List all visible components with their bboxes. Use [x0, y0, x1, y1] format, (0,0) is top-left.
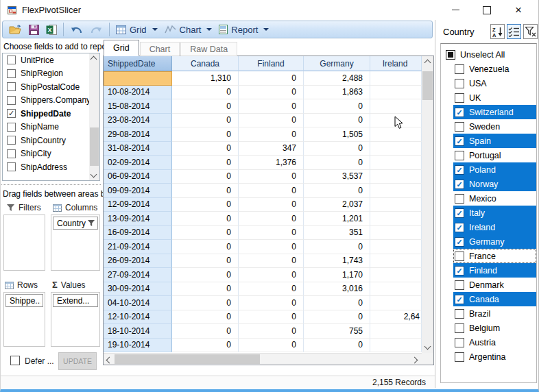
data-cell[interactable]: 1,170 — [304, 268, 370, 282]
country-checkbox[interactable]: ✓ — [455, 165, 464, 175]
field-item[interactable]: ShipName — [3, 121, 99, 134]
open-button[interactable] — [5, 23, 25, 36]
data-cell[interactable]: 2,037 — [304, 198, 370, 212]
data-cell[interactable]: 0 — [172, 240, 239, 254]
data-cell[interactable]: 0 — [239, 296, 304, 310]
data-cell[interactable] — [370, 198, 422, 212]
column-header-shippeddate[interactable]: ShippedDate — [104, 56, 172, 71]
field-item[interactable]: Shippers.Company... — [3, 94, 99, 108]
country-checkbox[interactable] — [455, 352, 464, 362]
columns-field-chip[interactable]: Country — [53, 217, 98, 230]
row-header[interactable]: 13-09-2014 — [104, 212, 172, 226]
data-cell[interactable]: 0 — [239, 254, 304, 269]
data-cell[interactable]: 0 — [172, 282, 239, 297]
columns-dropzone[interactable]: Country — [51, 215, 100, 271]
chart-view-button[interactable]: Chart — [161, 23, 216, 36]
data-cell[interactable] — [370, 226, 422, 241]
country-item-venezuela[interactable]: Venezuela — [453, 62, 536, 76]
data-cell[interactable]: 347 — [239, 142, 304, 156]
country-item-usa[interactable]: USA — [453, 76, 536, 90]
data-cell[interactable]: 0 — [172, 226, 239, 241]
filters-dropzone[interactable] — [3, 215, 45, 271]
export-excel-button[interactable]: X — [43, 23, 60, 36]
data-cell[interactable]: 0 — [239, 310, 304, 325]
row-header[interactable]: 15-08-2014 — [104, 99, 172, 114]
data-cell[interactable]: 0 — [304, 310, 370, 325]
country-item-denmark[interactable]: Denmark — [453, 278, 536, 292]
tab-chart[interactable]: Chart — [140, 42, 180, 56]
row-header[interactable]: 02-09-2014 — [104, 156, 172, 170]
country-checkbox[interactable] — [455, 194, 464, 204]
data-cell[interactable]: 0 — [239, 226, 304, 241]
row-header[interactable]: 12-10-2014 — [104, 310, 172, 325]
data-cell[interactable] — [370, 142, 422, 156]
country-item-spain[interactable]: ✓Spain — [453, 134, 536, 148]
data-cell[interactable]: 0 — [239, 86, 304, 100]
data-cell[interactable]: 0 — [172, 170, 239, 184]
field-checkbox[interactable] — [7, 149, 16, 158]
data-cell[interactable]: 0 — [239, 198, 304, 212]
field-item[interactable]: ShipCity — [3, 147, 99, 161]
country-item-austria[interactable]: Austria — [453, 335, 536, 350]
country-checkbox[interactable] — [455, 79, 464, 88]
country-checkbox[interactable]: ✓ — [455, 266, 464, 275]
data-cell[interactable] — [370, 71, 422, 86]
data-cell[interactable] — [370, 339, 422, 353]
data-cell[interactable]: 0 — [239, 339, 304, 353]
data-cell[interactable]: 0 — [172, 310, 239, 325]
data-cell[interactable]: 0 — [172, 86, 239, 100]
country-checkbox[interactable] — [455, 280, 464, 290]
data-cell[interactable]: 0 — [172, 324, 239, 339]
data-cell[interactable]: 0 — [304, 114, 370, 128]
scrollbar-thumb[interactable] — [90, 127, 99, 166]
close-button[interactable]: × — [503, 0, 534, 20]
row-header[interactable]: 31-08-2014 — [104, 142, 172, 156]
column-header[interactable]: Finland — [239, 56, 304, 71]
country-item-brazil[interactable]: Brazil — [453, 306, 536, 321]
country-item-sweden[interactable]: Sweden — [453, 119, 536, 134]
grid-horizontal-scrollbar[interactable] — [104, 353, 433, 365]
undo-button[interactable] — [67, 23, 86, 36]
data-cell[interactable]: 0 — [172, 212, 239, 226]
grid-vertical-scrollbar[interactable] — [422, 56, 433, 353]
values-field-chip[interactable]: Extend... — [53, 294, 98, 307]
country-item-finland[interactable]: ✓Finland — [453, 263, 536, 278]
update-button[interactable]: UPDATE — [58, 352, 97, 370]
data-cell[interactable]: 1,505 — [304, 127, 370, 142]
data-cell[interactable]: 0 — [304, 156, 370, 170]
country-item-belgium[interactable]: Belgium — [453, 321, 536, 335]
scrollbar-thumb[interactable] — [115, 354, 260, 364]
data-cell[interactable]: 0 — [304, 296, 370, 310]
column-header[interactable]: Ireland — [370, 56, 422, 71]
country-item-norway[interactable]: ✓Norway — [453, 177, 536, 191]
row-header[interactable]: 27-09-2014 — [104, 268, 172, 282]
row-header[interactable]: 04-10-2014 — [104, 296, 172, 310]
data-cell[interactable]: 0 — [172, 142, 239, 156]
field-checkbox[interactable] — [7, 69, 16, 78]
country-checkbox[interactable]: ✓ — [455, 180, 464, 189]
scrollbar-thumb[interactable] — [422, 71, 433, 100]
data-cell[interactable]: 0 — [172, 198, 239, 212]
country-item-ireland[interactable]: ✓Ireland — [453, 220, 536, 234]
defer-checkbox[interactable] — [10, 356, 20, 365]
country-checkbox[interactable]: ✓ — [455, 208, 464, 218]
country-checkbox[interactable] — [455, 338, 464, 347]
data-cell[interactable]: 0 — [304, 99, 370, 114]
values-dropzone[interactable]: Extend... — [51, 292, 100, 347]
country-item-italy[interactable]: ✓Italy — [453, 206, 536, 220]
grid-view-button[interactable]: Grid — [112, 23, 161, 36]
country-checkbox[interactable]: ✓ — [455, 136, 464, 146]
country-item-argentina[interactable]: Argentina — [453, 350, 536, 364]
checked-list-button[interactable] — [507, 24, 521, 39]
data-cell[interactable] — [370, 99, 422, 114]
country-checkbox[interactable] — [455, 122, 464, 132]
row-header[interactable]: 06-09-2014 — [104, 170, 172, 184]
data-cell[interactable]: 0 — [304, 142, 370, 156]
data-cell[interactable] — [370, 324, 422, 339]
data-cell[interactable] — [370, 254, 422, 269]
data-cell[interactable]: 351 — [304, 226, 370, 241]
country-checkbox[interactable]: ✓ — [455, 237, 464, 247]
data-cell[interactable]: 0 — [172, 296, 239, 310]
country-item-canada[interactable]: ✓Canada — [453, 292, 536, 306]
redo-button[interactable] — [86, 23, 106, 36]
